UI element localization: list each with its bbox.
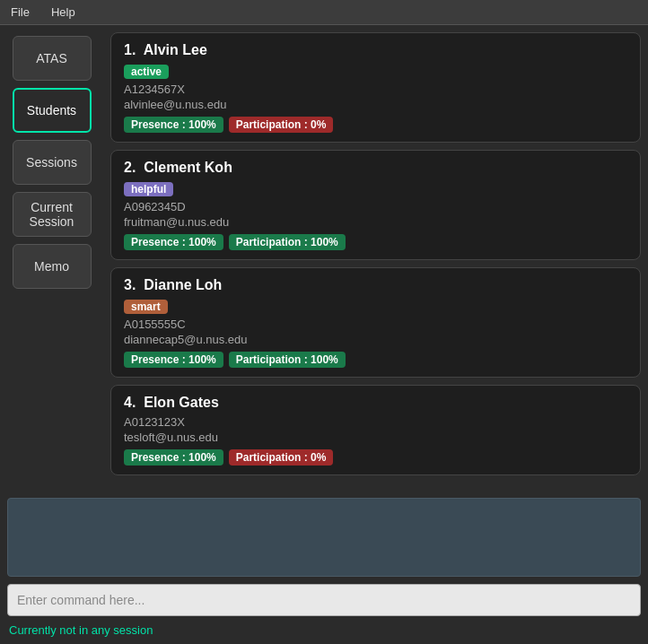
participation-badge: Participation : 100% — [229, 234, 346, 250]
student-card-3[interactable]: 3. Dianne Loh smart A0155555C diannecap5… — [110, 267, 641, 378]
stats-row: Presence : 100% Participation : 100% — [124, 234, 627, 250]
bottom-area: Currently not in any session — [0, 494, 648, 644]
student-id: A0155555C — [124, 318, 627, 331]
student-email: alvinlee@u.nus.edu — [124, 98, 627, 111]
stats-row: Presence : 100% Participation : 0% — [124, 117, 627, 133]
sidebar-item-current-session[interactable]: Current Session — [13, 192, 92, 237]
file-menu[interactable]: File — [7, 4, 33, 21]
student-name: 3. Dianne Loh — [124, 277, 627, 293]
presence-badge: Presence : 100% — [124, 234, 223, 250]
command-input[interactable] — [7, 584, 641, 616]
main-area: ATASStudentsSessionsCurrent SessionMemo … — [0, 25, 648, 494]
sidebar-item-atas[interactable]: ATAS — [13, 36, 92, 81]
student-card-2[interactable]: 2. Clement Koh helpful A0962345D fruitma… — [110, 150, 641, 260]
help-menu[interactable]: Help — [48, 4, 79, 21]
participation-badge: Participation : 0% — [229, 117, 334, 133]
presence-badge: Presence : 100% — [124, 117, 223, 133]
stats-row: Presence : 100% Participation : 100% — [124, 352, 627, 368]
stats-row: Presence : 100% Participation : 0% — [124, 449, 627, 466]
student-name: 4. Elon Gates — [124, 395, 627, 411]
sidebar-item-sessions[interactable]: Sessions — [13, 140, 92, 185]
student-id: A0962345D — [124, 200, 627, 213]
session-status: Currently not in any session — [0, 620, 648, 644]
sidebar: ATASStudentsSessionsCurrent SessionMemo — [0, 25, 103, 494]
student-name: 2. Clement Koh — [124, 160, 627, 176]
student-id: A1234567X — [124, 83, 627, 96]
menu-bar: File Help — [0, 0, 648, 25]
presence-badge: Presence : 100% — [124, 449, 223, 466]
student-tag: active — [124, 65, 169, 79]
presence-badge: Presence : 100% — [124, 352, 223, 368]
participation-badge: Participation : 100% — [229, 352, 346, 368]
output-box — [7, 498, 641, 577]
student-tag: smart — [124, 300, 168, 314]
student-email: tesloft@u.nus.edu — [124, 431, 627, 444]
student-card-4[interactable]: 4. Elon Gates A0123123X tesloft@u.nus.ed… — [110, 385, 641, 475]
sidebar-item-students[interactable]: Students — [13, 88, 92, 133]
student-id: A0123123X — [124, 415, 627, 429]
content-area: 1. Alvin Lee active A1234567X alvinlee@u… — [103, 25, 648, 494]
student-card-1[interactable]: 1. Alvin Lee active A1234567X alvinlee@u… — [110, 32, 641, 143]
sidebar-item-memo[interactable]: Memo — [13, 244, 92, 289]
participation-badge: Participation : 0% — [229, 449, 334, 466]
student-email: diannecap5@u.nus.edu — [124, 333, 627, 346]
student-email: fruitman@u.nus.edu — [124, 215, 627, 229]
student-tag: helpful — [124, 182, 173, 196]
app-body: ATASStudentsSessionsCurrent SessionMemo … — [0, 25, 648, 644]
student-name: 1. Alvin Lee — [124, 42, 627, 58]
